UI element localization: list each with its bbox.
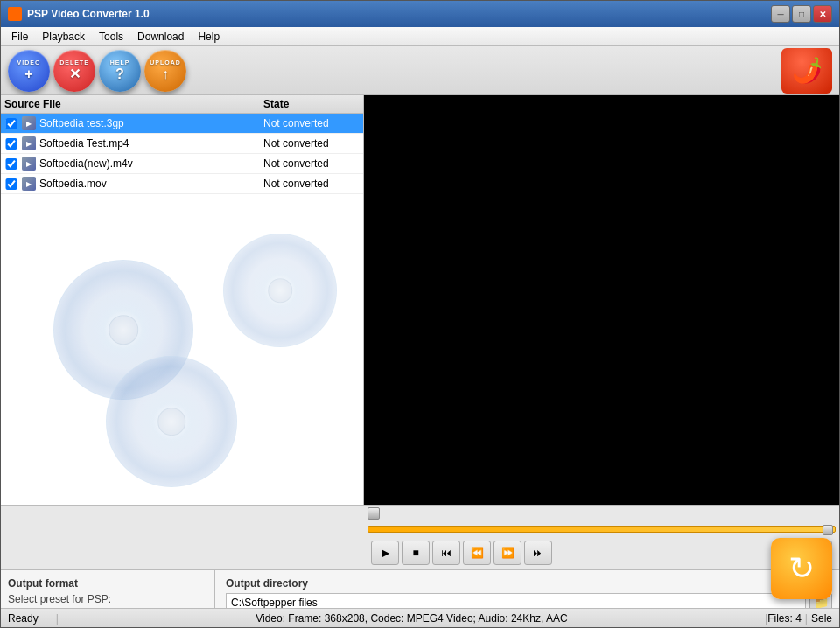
table-row[interactable]: ▶ Softpedia.mov Not converted (1, 174, 363, 194)
add-video-button[interactable]: VIDEO + (8, 50, 50, 92)
play-button[interactable]: ▶ (371, 541, 399, 565)
close-button[interactable]: ✕ (813, 5, 832, 23)
seek-handle[interactable] (822, 525, 833, 535)
header-state: State (263, 98, 360, 110)
file-check-3[interactable] (4, 178, 18, 190)
file-list-header: Source File State (1, 95, 363, 114)
logo-area: 🌶️ (781, 48, 832, 94)
title-bar: PSP Video Converter 1.0 ─ □ ✕ (1, 1, 839, 27)
file-list-panel: Source File State ▶ Softpedia test.3gp N… (1, 95, 364, 505)
seek-bar-container[interactable] (364, 521, 839, 537)
window-controls: ─ □ ✕ (771, 5, 832, 23)
video-btn-icon: + (24, 67, 32, 81)
table-row[interactable]: ▶ Softpedia(new).m4v Not converted (1, 154, 363, 174)
main-content: Source File State ▶ Softpedia test.3gp N… (1, 95, 839, 505)
menu-download[interactable]: Download (130, 29, 191, 45)
menu-bar: File Playback Tools Download Help (1, 27, 839, 46)
maximize-button[interactable]: □ (792, 5, 811, 23)
table-row[interactable]: ▶ Softpedia Test.mp4 Not converted (1, 134, 363, 154)
menu-help[interactable]: Help (191, 29, 227, 45)
menu-file[interactable]: File (4, 29, 35, 45)
delete-btn-icon: ✕ (69, 67, 80, 81)
header-source: Source File (4, 98, 263, 110)
status-ready: Ready (8, 612, 38, 625)
delete-btn-label: DELETE (60, 59, 89, 66)
file-state-2: Not converted (263, 157, 360, 170)
file-list: Source File State ▶ Softpedia test.3gp N… (1, 95, 363, 505)
video-preview (364, 95, 839, 505)
file-icon-2: ▶ (22, 157, 36, 171)
playback-controls: ▶ ■ ⏮ ⏪ ⏩ ⏭ 📊 ▦ (364, 537, 839, 569)
help-btn-label: HELP (110, 59, 130, 66)
file-icon-1: ▶ (22, 136, 36, 150)
stop-button[interactable]: ■ (402, 541, 430, 565)
menu-tools[interactable]: Tools (92, 29, 130, 45)
prev-button[interactable]: ⏮ (432, 541, 460, 565)
status-files: Files: 4 (767, 612, 802, 625)
file-check-2[interactable] (4, 158, 18, 170)
file-check-1[interactable] (4, 138, 18, 150)
progress-thumb (368, 507, 380, 520)
decorative-cds (1, 207, 363, 505)
file-name-3: Softpedia.mov (39, 178, 263, 190)
table-row[interactable]: ▶ Softpedia test.3gp Not converted (1, 114, 363, 134)
rewind-button[interactable]: ⏪ (463, 541, 491, 565)
file-state-0: Not converted (263, 117, 360, 129)
next-button[interactable]: ⏭ (524, 541, 552, 565)
video-btn-label: VIDEO (18, 59, 41, 66)
file-state-3: Not converted (263, 178, 360, 190)
status-info: Video: Frame: 368x208, Codec: MPEG4 Vide… (59, 612, 765, 625)
menu-playback[interactable]: Playback (35, 29, 92, 45)
app-logo: 🌶️ (781, 48, 832, 94)
title-text: PSP Video Converter 1.0 (27, 8, 150, 20)
file-icon-3: ▶ (22, 177, 36, 191)
upload-button[interactable]: UPLOAD ↑ (144, 50, 186, 92)
cd-disc-1 (223, 234, 337, 347)
file-icon-0: ▶ (22, 116, 36, 130)
delete-button[interactable]: DELETE ✕ (53, 50, 95, 92)
status-divider-3: | (805, 612, 808, 625)
fast-forward-button[interactable]: ⏩ (494, 541, 522, 565)
convert-button[interactable]: ↻ (771, 538, 832, 599)
file-name-2: Softpedia(new).m4v (39, 157, 263, 170)
output-dir-title: Output directory (226, 577, 832, 590)
minimize-button[interactable]: ─ (771, 5, 790, 23)
toolbar: VIDEO + DELETE ✕ HELP ? UPLOAD ↑ 🌶️ (1, 46, 839, 95)
status-select: Sele (811, 612, 832, 625)
output-format-title: Output format (8, 577, 207, 590)
seek-bar[interactable] (368, 526, 836, 533)
upload-btn-label: UPLOAD (150, 59, 181, 66)
upload-btn-icon: ↑ (162, 67, 169, 81)
app-icon (8, 7, 22, 21)
help-btn-icon: ? (116, 67, 124, 81)
cd-disc-2 (53, 260, 193, 400)
status-bar: Ready | Video: Frame: 368x208, Codec: MP… (1, 608, 839, 627)
help-button[interactable]: HELP ? (99, 50, 141, 92)
file-name-1: Softpedia Test.mp4 (39, 137, 263, 150)
preset-label: Select preset for PSP: (8, 593, 207, 605)
cd-disc-3 (106, 356, 237, 487)
file-name-0: Softpedia test.3gp (39, 117, 263, 129)
convert-icon: ↻ (788, 550, 815, 587)
video-panel (364, 95, 839, 505)
file-check-0[interactable] (4, 118, 18, 129)
progress-indicator (364, 506, 839, 521)
file-state-1: Not converted (263, 137, 360, 150)
